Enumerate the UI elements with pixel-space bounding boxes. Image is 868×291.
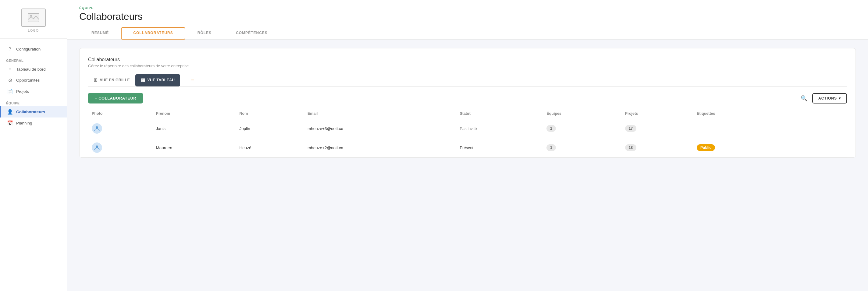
page-title: Collaborateurs [79, 11, 856, 22]
section-label-equipe: ÉQUIPE [0, 97, 67, 106]
config-label: Configuration [16, 47, 40, 51]
filter-button[interactable]: ≡ [187, 75, 198, 86]
section-title: Collaborateurs [88, 57, 847, 62]
projets-label: Projets [16, 89, 29, 94]
tableau-bord-label: Tableau de bord [16, 67, 46, 72]
equipes-badge-1: 1 [547, 125, 556, 132]
sidebar-item-tableau-bord[interactable]: ≡ Tableau de bord [0, 64, 67, 75]
row2-projets: 18 [621, 138, 693, 157]
view-table-label: VUE TABLEAU [148, 78, 175, 82]
calendar-icon: 📅 [7, 120, 13, 126]
col-photo: Photo [88, 108, 152, 119]
content-area: Collaborateurs Gérez le répertoire des c… [67, 40, 868, 291]
list-icon: ≡ [7, 66, 13, 72]
tab-collaborateurs[interactable]: COLLABORATEURS [121, 27, 185, 40]
row2-email: mheuze+2@ooti.co [304, 138, 456, 157]
sidebar: LOGO ? Configuration GÉNÉRAL ≡ Tableau d… [0, 0, 67, 291]
col-projets: Projets [621, 108, 693, 119]
section-label-general: GÉNÉRAL [0, 54, 67, 64]
sidebar-item-planning[interactable]: 📅 Planning [0, 117, 67, 129]
row1-prenom: Janis [152, 119, 236, 138]
col-prenom: Prénom [152, 108, 236, 119]
row1-etiquettes [693, 119, 784, 138]
toolbar-divider [185, 76, 185, 85]
page-header: ÉQUIPE Collaborateurs RÉSUMÉ COLLABORATE… [67, 0, 868, 40]
col-etiquettes: Etiquettes [693, 108, 784, 119]
table-row: Janis Joplin mheuze+3@ooti.co Pas invité… [88, 119, 847, 138]
view-toolbar: ⊞ VUE EN GRILLE ▦ VUE TABLEAU ≡ [88, 74, 847, 87]
search-button[interactable]: 🔍 [799, 93, 809, 104]
grid-icon: ⊞ [94, 77, 98, 83]
add-collaborateur-button[interactable]: + COLLABORATEUR [88, 93, 143, 104]
row1-equipes: 1 [543, 119, 621, 138]
avatar [92, 123, 102, 134]
sidebar-item-projets[interactable]: 📄 Projets [0, 86, 67, 97]
col-nom: Nom [236, 108, 304, 119]
chevron-down-icon: ▾ [839, 96, 841, 101]
row1-photo [88, 119, 152, 138]
add-collaborateur-label: + COLLABORATEUR [95, 96, 136, 101]
collaborateurs-sidebar-label: Collaborateurs [16, 110, 45, 114]
status-present: Présent [460, 145, 473, 150]
opportunites-label: Opportunités [16, 78, 40, 82]
table-row: Maureen Heuzé mheuze+2@ooti.co Présent 1… [88, 138, 847, 157]
filter-icon: ≡ [191, 77, 194, 83]
logo-image [21, 8, 46, 27]
collaborateurs-card: Collaborateurs Gérez le répertoire des c… [79, 48, 856, 158]
table-header-row: Photo Prénom Nom Email Statut Équipes Pr… [88, 108, 847, 119]
tab-resume[interactable]: RÉSUMÉ [79, 27, 121, 39]
actions-button[interactable]: ACTIONS ▾ [812, 93, 847, 104]
main-content: ÉQUIPE Collaborateurs RÉSUMÉ COLLABORATE… [67, 0, 868, 291]
avatar [92, 142, 102, 153]
sidebar-navigation: ? Configuration GÉNÉRAL ≡ Tableau de bor… [0, 39, 67, 291]
svg-point-2 [96, 126, 98, 129]
projets-badge-2: 18 [625, 144, 637, 151]
tabs-bar: RÉSUMÉ COLLABORATEURS RÔLES COMPÉTENCES [79, 27, 856, 39]
row2-photo [88, 138, 152, 157]
etiquette-public: Public [697, 144, 715, 151]
sidebar-item-opportunites[interactable]: ⊙ Opportunités [0, 75, 67, 86]
tab-roles[interactable]: RÔLES [185, 27, 224, 39]
row2-more-button[interactable]: ⋮ [788, 143, 798, 152]
status-pas-invite: Pas invité [460, 126, 477, 131]
right-actions: 🔍 ACTIONS ▾ [799, 93, 847, 104]
svg-point-3 [96, 145, 98, 148]
row2-prenom: Maureen [152, 138, 236, 157]
action-row: + COLLABORATEUR 🔍 ACTIONS ▾ [88, 93, 847, 104]
row1-statut: Pas invité [456, 119, 543, 138]
row1-more: ⋮ [784, 119, 847, 138]
projets-badge-1: 17 [625, 125, 637, 132]
row2-more: ⋮ [784, 138, 847, 157]
sidebar-item-collaborateurs[interactable]: 👤 Collaborateurs [0, 106, 67, 117]
view-table-button[interactable]: ▦ VUE TABLEAU [135, 74, 180, 86]
users-icon: 👤 [7, 109, 13, 115]
table-icon: ▦ [141, 77, 145, 83]
col-equipes: Équipes [543, 108, 621, 119]
tab-competences[interactable]: COMPÉTENCES [224, 27, 280, 39]
row1-nom: Joplin [236, 119, 304, 138]
row2-equipes: 1 [543, 138, 621, 157]
view-grid-label: VUE EN GRILLE [100, 78, 130, 82]
search-icon: 🔍 [801, 95, 807, 101]
col-email: Email [304, 108, 456, 119]
logo-area: LOGO [0, 0, 67, 39]
collaborateurs-table: Photo Prénom Nom Email Statut Équipes Pr… [88, 108, 847, 157]
question-icon: ? [7, 46, 13, 52]
col-actions [784, 108, 847, 119]
document-icon: 📄 [7, 88, 13, 94]
row1-email: mheuze+3@ooti.co [304, 119, 456, 138]
col-statut: Statut [456, 108, 543, 119]
breadcrumb: ÉQUIPE [79, 6, 856, 10]
actions-label: ACTIONS [818, 96, 837, 101]
row2-statut: Présent [456, 138, 543, 157]
view-grid-button[interactable]: ⊞ VUE EN GRILLE [88, 74, 135, 86]
equipes-badge-2: 1 [547, 144, 556, 151]
row2-etiquettes: Public [693, 138, 784, 157]
search-icon: ⊙ [7, 77, 13, 83]
logo-label: LOGO [28, 29, 39, 32]
row2-nom: Heuzé [236, 138, 304, 157]
section-description: Gérez le répertoire des collaborateurs d… [88, 64, 847, 68]
sidebar-item-configuration[interactable]: ? Configuration [0, 43, 67, 54]
row1-more-button[interactable]: ⋮ [788, 124, 798, 133]
svg-point-1 [30, 15, 32, 17]
